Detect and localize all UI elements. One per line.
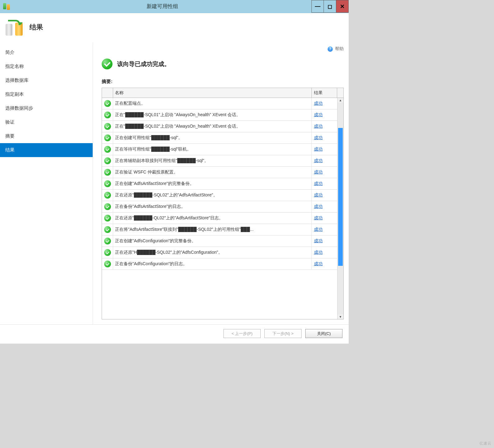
sidebar-item-3[interactable]: 指定副本 [0, 87, 93, 101]
page-title: 结果 [29, 23, 43, 32]
row-result: 成功 [312, 98, 337, 109]
result-link[interactable]: 成功 [314, 192, 323, 198]
row-result: 成功 [312, 144, 337, 155]
scroll-track[interactable] [337, 103, 343, 314]
sidebar-item-5[interactable]: 验证 [0, 115, 93, 129]
row-name: 正在验证 WSFC 仲裁投票配置。 [113, 167, 312, 178]
row-name: 正在"██████-SQL01"上启动 "AlwaysOn_health" XE… [113, 109, 312, 121]
result-link[interactable]: 成功 [314, 101, 323, 106]
row-name: 正在创建可用性组"██████-sql"。 [113, 132, 312, 143]
minimize-button[interactable]: — [311, 0, 324, 13]
row-result: 成功 [312, 121, 337, 132]
result-link[interactable]: 成功 [314, 215, 323, 221]
result-link[interactable]: 成功 [314, 147, 323, 152]
table-header-row: 名称 结果 [102, 88, 343, 98]
app-icon [0, 0, 13, 13]
row-status-icon [102, 201, 113, 212]
row-name: 正在等待可用性组"██████-sql"联机。 [113, 144, 312, 155]
row-name: 正在备份"AdfsConfiguration"的日志。 [113, 258, 312, 270]
window-title: 新建可用性组 [13, 3, 311, 10]
row-name: 正在"██████-SQL02"上启动 "AlwaysOn_health" XE… [113, 121, 312, 132]
row-result: 成功 [312, 132, 337, 143]
footer: < 上一步(P) 下一步(N) > 关闭(C) [0, 324, 349, 344]
result-link[interactable]: 成功 [314, 169, 323, 175]
table-row: 正在验证 WSFC 仲裁投票配置。成功 [102, 167, 337, 178]
summary-label: 摘要: [102, 79, 344, 85]
wizard-window: 新建可用性组 — ◻ ✕ 结果 简介指定名称选择数据库指定副本选择数据同步验证摘… [0, 0, 349, 344]
help-link[interactable]: 帮助 [335, 46, 344, 52]
sidebar-item-7[interactable]: 结果 [0, 143, 93, 157]
table-row: 正在还原"██████-QL02"上的"AdfsArtifactStore"日志… [102, 213, 337, 224]
scroll-up-icon[interactable]: ▲ [339, 99, 342, 102]
scroll-thumb[interactable] [338, 128, 343, 266]
col-result-header: 结果 [312, 88, 337, 98]
table-row: 正在还原"██████-SQL02"上的"AdfsArtifactStore"。… [102, 190, 337, 201]
sidebar-item-6[interactable]: 摘要 [0, 129, 93, 143]
row-result: 成功 [312, 201, 337, 212]
result-link[interactable]: 成功 [314, 181, 323, 187]
table-row: 正在"██████-SQL01"上启动 "AlwaysOn_health" XE… [102, 109, 337, 121]
next-button: 下一步(N) > [264, 329, 302, 338]
row-status-icon [102, 155, 113, 166]
table-row: 正在还原"H██████-SQL02"上的"AdfsConfiguration"… [102, 247, 337, 258]
row-result: 成功 [312, 178, 337, 189]
row-name: 正在将辅助副本联接到可用性组"██████-sql"。 [113, 155, 312, 166]
row-result: 成功 [312, 213, 337, 224]
page-header: 结果 [0, 13, 349, 42]
row-result: 成功 [312, 235, 337, 247]
close-button[interactable]: ✕ [336, 0, 349, 13]
row-name: 正在还原"H██████-SQL02"上的"AdfsConfiguration"… [113, 247, 312, 258]
close-wizard-button[interactable]: 关闭(C) [305, 329, 342, 338]
result-link[interactable]: 成功 [314, 227, 323, 232]
result-link[interactable]: 成功 [314, 112, 323, 118]
row-status-icon [102, 224, 113, 235]
sidebar-item-1[interactable]: 指定名称 [0, 59, 93, 73]
row-name: 正在创建"AdfsConfiguration"的完整备份。 [113, 235, 312, 247]
result-link[interactable]: 成功 [314, 204, 323, 209]
title-bar: 新建可用性组 — ◻ ✕ [0, 0, 349, 13]
col-name-header: 名称 [113, 88, 312, 98]
sidebar-item-4[interactable]: 选择数据同步 [0, 101, 93, 115]
row-status-icon [102, 247, 113, 258]
result-link[interactable]: 成功 [314, 261, 323, 267]
result-link[interactable]: 成功 [314, 158, 323, 164]
table-row: 正在创建"AdfsConfiguration"的完整备份。成功 [102, 235, 337, 247]
row-status-icon [102, 235, 113, 247]
row-status-icon [102, 167, 113, 178]
row-result: 成功 [312, 109, 337, 121]
row-name: 正在创建"AdfsArtifactStore"的完整备份。 [113, 178, 312, 189]
row-result: 成功 [312, 190, 337, 201]
row-result: 成功 [312, 247, 337, 258]
sidebar-item-0[interactable]: 简介 [0, 46, 93, 59]
sidebar: 简介指定名称选择数据库指定副本选择数据同步验证摘要结果 [0, 42, 93, 324]
row-result: 成功 [312, 167, 337, 178]
success-row: 该向导已成功完成。 [102, 59, 344, 69]
window-controls: — ◻ ✕ [311, 0, 349, 13]
sidebar-item-2[interactable]: 选择数据库 [0, 73, 93, 87]
result-link[interactable]: 成功 [314, 238, 323, 244]
scroll-down-icon[interactable]: ▼ [339, 315, 342, 318]
back-button: < 上一步(P) [223, 329, 261, 338]
row-status-icon [102, 190, 113, 201]
help-icon[interactable]: ? [328, 46, 333, 52]
row-name: 正在还原"██████-QL02"上的"AdfsArtifactStore"日志… [113, 213, 312, 224]
results-table: 名称 结果 正在配置端点。成功正在"██████-SQL01"上启动 "Alwa… [102, 88, 344, 319]
table-row: 正在"██████-SQL02"上启动 "AlwaysOn_health" XE… [102, 121, 337, 132]
table-row: 正在备份"AdfsArtifactStore"的日志。成功 [102, 201, 337, 213]
result-link[interactable]: 成功 [314, 124, 323, 129]
result-link[interactable]: 成功 [314, 250, 323, 255]
table-row: 正在配置端点。成功 [102, 98, 337, 109]
row-status-icon [102, 109, 113, 121]
success-check-icon [102, 59, 112, 69]
row-name: 正在备份"AdfsArtifactStore"的日志。 [113, 201, 312, 212]
row-status-icon [102, 132, 113, 143]
table-row: 正在备份"AdfsConfiguration"的日志。成功 [102, 258, 337, 270]
row-status-icon [102, 144, 113, 155]
result-link[interactable]: 成功 [314, 135, 323, 141]
maximize-button[interactable]: ◻ [324, 0, 336, 13]
vertical-scrollbar[interactable]: ▲ ▼ [337, 98, 343, 319]
help-row: ? 帮助 [102, 46, 344, 59]
col-icon-header [102, 88, 113, 98]
row-name: 正在还原"██████-SQL02"上的"AdfsArtifactStore"。 [113, 190, 312, 201]
row-status-icon [102, 121, 113, 132]
